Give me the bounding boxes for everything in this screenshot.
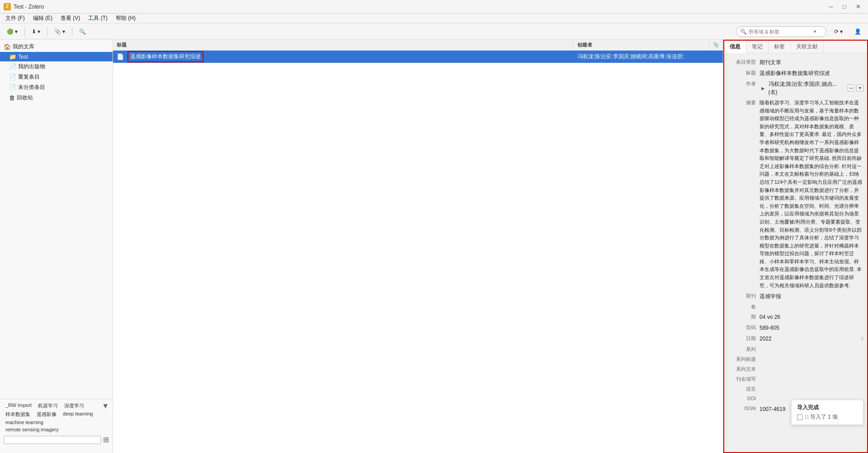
popup-checkbox[interactable] — [797, 415, 802, 420]
pages-value[interactable]: 589-605 — [760, 324, 863, 332]
items-list: 📄 遥感影像样本数据集研究综述 冯权泷;陈泊安;李国庆;姚晓闵;高垂博;张连胆; — [113, 51, 723, 453]
journal-value[interactable]: 遥感学报 — [760, 292, 863, 300]
menubar: 文件 (F) 编辑 (E) 查看 (V) 工具 (T) 帮助 (H) — [0, 14, 868, 23]
language-label: 语言 — [728, 385, 760, 392]
import-button[interactable]: ⬇ ▾ — [28, 26, 44, 37]
advanced-search-button[interactable]: 🔍 — [75, 26, 90, 37]
tab-notes[interactable]: 笔记 — [746, 41, 769, 53]
sidebar-item-publications[interactable]: 📄 我的出版物 — [0, 61, 113, 72]
item-type-label: 条目类型 — [728, 58, 760, 65]
sidebar-item-my-library[interactable]: 🏠 我的文库 — [0, 42, 113, 52]
app-icon: Z — [4, 3, 11, 10]
sidebar-item-trash[interactable]: 🗑 回收站 — [0, 93, 113, 103]
date-calendar-icon[interactable]: y — [861, 335, 863, 341]
col-header-title[interactable]: 标题 — [113, 40, 574, 50]
minimize-button[interactable]: ─ — [825, 2, 837, 12]
attachment-icon: 📎 — [54, 28, 61, 35]
title-value[interactable]: 遥感影像样本数据集研究综述 — [760, 69, 863, 77]
tag-remote-sensing-imagery[interactable]: remote sensing imagery — [3, 426, 61, 433]
import-notification: 导入完成 □ 导入了 1 项 — [791, 400, 863, 425]
items-panel: 标题 创建者 📎 📄 遥感影像样本数据集研究综述 冯权泷;陈泊安;李国庆;姚晓闵… — [113, 40, 723, 453]
journal-abbr-label: 刊名缩写 — [728, 375, 760, 383]
tab-tags[interactable]: 标签 — [769, 41, 791, 53]
right-tabs: 信息 笔记 标签 关联文献 — [724, 41, 867, 53]
account-icon: 👤 — [854, 28, 861, 35]
author-add-button[interactable]: + — [856, 84, 863, 92]
tags-scroll-down[interactable]: ▼ — [100, 401, 111, 411]
trash-label: 回收站 — [17, 94, 109, 102]
item-attach-cell — [709, 51, 723, 63]
tag-grid-icon[interactable]: ⊞ — [103, 435, 109, 444]
popup-message-row: □ 导入了 1 项 — [797, 413, 858, 421]
author-name: 冯权泷;陈泊安;李国庆;姚垚... (名) — [769, 80, 846, 96]
title-label: 标题 — [728, 69, 760, 76]
item-type-value: 期刊文章 — [760, 58, 863, 66]
toolbar-separator-3 — [72, 27, 72, 36]
series-title-label: 系列标题 — [728, 355, 760, 363]
sidebar-tree: 🏠 我的文库 📁 Test 📄 我的出版物 📄 重复条目 📄 未分类条目 🗑 — [0, 40, 113, 399]
menu-help[interactable]: 帮助 (H) — [112, 14, 139, 23]
popup-message: □ 导入了 1 项 — [805, 413, 838, 421]
item-title-bordered: 遥感影像样本数据集研究综述 — [127, 51, 203, 62]
new-item-dropdown-icon: ▾ — [15, 28, 18, 35]
tag-machine-learning-en[interactable]: machine learning — [3, 419, 46, 425]
tag-machine-learning-cn[interactable]: 机器学习 — [35, 402, 61, 410]
info-journal-abbr-row: 刊名缩写 — [724, 374, 867, 384]
menu-edit[interactable]: 编辑 (E) — [29, 14, 56, 23]
info-pages-row: 页码 589-605 — [724, 322, 867, 333]
sidebar-item-unfiled[interactable]: 📄 未分类条目 — [0, 82, 113, 93]
add-attachment-button[interactable]: 📎 ▾ — [50, 26, 69, 37]
search-bar-icon: 🔍 — [740, 28, 747, 35]
attachment-dropdown-icon: ▾ — [62, 28, 65, 35]
trash-icon: 🗑 — [9, 94, 15, 101]
tab-related[interactable]: 关联文献 — [791, 41, 824, 53]
tag-remote-sensing-cn[interactable]: 遥感影像 — [34, 411, 59, 418]
sidebar-item-duplicates[interactable]: 📄 重复条目 — [0, 72, 113, 82]
account-button[interactable]: 👤 — [850, 26, 865, 37]
new-item-button[interactable]: 🟢 ▾ — [3, 26, 22, 37]
issue-value[interactable]: 04 vo 26 — [760, 313, 863, 321]
unfiled-label: 未分类条目 — [18, 84, 109, 91]
search-dropdown-icon[interactable]: ▾ — [814, 29, 816, 34]
close-button[interactable]: ✕ — [852, 2, 864, 12]
abstract-value[interactable]: 随着机器学习、深度学习等人工智能技术在遥感领域的不断应用与发展，基于海量样本的数… — [760, 99, 863, 290]
tag-sample-dataset[interactable]: 样本数据集 — [3, 411, 33, 418]
import-icon: ⬇ — [32, 28, 36, 35]
item-type-icon: 📄 — [117, 53, 124, 60]
test-collection-icon: 📁 — [9, 53, 16, 60]
table-row[interactable]: 📄 遥感影像样本数据集研究综述 冯权泷;陈泊安;李国庆;姚晓闵;高垂博;张连胆; — [113, 51, 723, 63]
new-item-icon: 🟢 — [7, 28, 14, 35]
author-expand-icon[interactable]: ▶ — [760, 84, 767, 92]
unfiled-icon: 📄 — [9, 84, 16, 91]
info-date-row: 日期 2022 y — [724, 333, 867, 344]
tags-search-input[interactable] — [4, 436, 101, 444]
sidebar-item-test[interactable]: 📁 Test — [0, 52, 113, 61]
sidebar-tags-search-row: ⊞ — [2, 434, 111, 446]
maximize-button[interactable]: □ — [838, 2, 851, 12]
sync-button[interactable]: ⟳ ▾ — [830, 26, 847, 37]
item-title-cell: 📄 遥感影像样本数据集研究综述 — [113, 51, 574, 63]
tag-deep-learning-cn[interactable]: 深度学习 — [61, 402, 87, 410]
menu-file[interactable]: 文件 (F) — [2, 14, 28, 23]
titlebar: Z Test - Zotero ─ □ ✕ — [0, 0, 868, 14]
author-label: 作者 — [728, 80, 760, 87]
date-value: 2022 y — [760, 335, 863, 343]
col-header-creator[interactable]: 创建者 — [574, 40, 709, 50]
tag-rw-import[interactable]: _RW import — [3, 402, 34, 410]
author-remove-button[interactable]: − — [848, 84, 855, 92]
author-value: ▶ 冯权泷;陈泊安;李国庆;姚垚... (名) − + — [760, 80, 863, 96]
menu-tools[interactable]: 工具 (T) — [85, 14, 111, 23]
info-issue-row: 期 04 vo 26 — [724, 312, 867, 322]
menu-view[interactable]: 查看 (V) — [57, 14, 84, 23]
info-series-row: 系列 — [724, 344, 867, 354]
tag-deep-learning-en[interactable]: deep learning — [60, 411, 96, 418]
info-title-row: 标题 遥感影像样本数据集研究综述 — [724, 68, 867, 79]
info-journal-row: 期刊 遥感学报 — [724, 291, 867, 302]
author-row: ▶ 冯权泷;陈泊安;李国庆;姚垚... (名) − + — [760, 80, 863, 96]
search-input[interactable] — [749, 29, 812, 34]
item-creator-cell: 冯权泷;陈泊安;李国庆;姚晓闵;高垂博;张连胆; — [574, 51, 709, 63]
col-header-attach[interactable]: 📎 — [709, 40, 723, 50]
tab-info[interactable]: 信息 — [724, 41, 746, 53]
info-item-type-row: 条目类型 期刊文章 — [724, 57, 867, 68]
search-bar[interactable]: 🔍 ▾ — [736, 26, 826, 37]
